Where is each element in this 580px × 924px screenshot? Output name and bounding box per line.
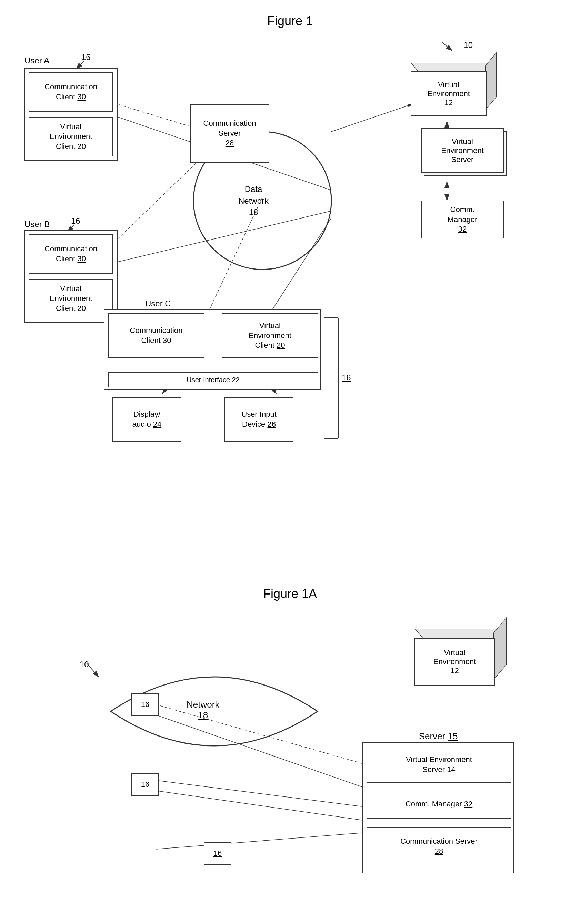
comm-server-28: CommunicationServer28 [190,104,269,163]
svg-line-11 [269,218,331,314]
box-16-b: 16 [131,773,159,796]
comm-client-c: CommunicationClient 30 [108,313,204,358]
svg-line-27 [155,780,373,808]
comm-client-a: CommunicationClient 30 [29,72,113,112]
ve-client-b: VirtualEnvironmentClient 20 [29,279,113,319]
box-16-c: 16 [204,842,231,865]
ve-env-12-3d: VirtualEnvironment12 [411,63,493,118]
svg-line-7 [331,104,412,132]
ve-client-c: VirtualEnvironmentClient 20 [222,313,318,358]
network-label: Data Network 18 [238,183,269,218]
figure1a-title: Figure 1A [7,580,573,601]
num16-c: 16 [342,373,351,383]
user-input-device-26: User InputDevice 26 [224,397,293,442]
ve-env-12-3d-1a: VirtualEnvironment12 [414,629,504,687]
num16-b: 16 [71,216,80,226]
label-10-1a: 10 [80,660,89,669]
server-15-box: Server 15 Virtual EnvironmentServer 14 C… [362,742,514,873]
label-10: 10 [463,40,473,50]
user-interface-22: User Interface 22 [108,372,318,387]
ve-client-a: VirtualEnvironmentClient 20 [29,117,113,156]
user-a-label: User A [25,56,49,66]
num16-a: 16 [81,53,91,62]
ve-client-a-text: VirtualEnvironmentClient 20 [49,122,92,152]
user-c-box: CommunicationClient 30 VirtualEnvironmen… [104,309,321,390]
comm-server-1a: Communication Server28 [367,827,511,865]
comm-client-a-text: CommunicationClient 30 [44,82,97,102]
user-a-box: CommunicationClient 30 VirtualEnvironmen… [25,68,118,161]
svg-line-9 [101,211,331,266]
figure1-title: Figure 1 [7,7,573,28]
svg-line-26 [155,715,373,791]
user-c-label: User C [145,299,171,309]
svg-line-2 [442,42,452,51]
ve-server-14: Virtual EnvironmentServer 14 [367,746,511,783]
comm-manager-1a: Comm. Manager 32 [367,789,511,819]
box-16-a: 16 [131,694,159,716]
svg-line-28 [155,791,373,822]
svg-line-29 [155,832,373,849]
comm-manager-32: Comm.Manager32 [421,201,504,238]
display-audio-24: Display/audio 24 [112,397,181,442]
network-1a-label: Network 18 [186,699,219,721]
user-b-label: User B [25,220,49,229]
comm-client-b: CommunicationClient 30 [29,234,113,274]
